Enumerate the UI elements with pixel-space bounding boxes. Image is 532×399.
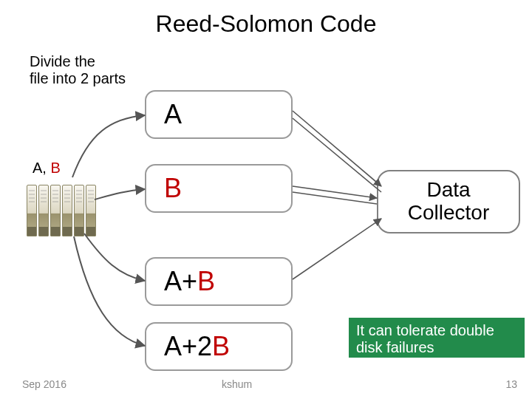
node-apb-a: A	[164, 266, 182, 297]
slide: Reed-Solomon Code Divide thefile into 2 …	[0, 0, 532, 399]
footer-center: kshum	[222, 378, 252, 390]
server-icon	[27, 177, 100, 236]
source-label: A, B	[33, 160, 61, 177]
node-b-label: B	[164, 173, 182, 204]
node-a-plus-b: A+B	[145, 257, 293, 306]
source-label-a: A	[33, 160, 42, 176]
svg-line-1	[293, 118, 381, 192]
node-a-plus-2b: A+2B	[145, 322, 293, 371]
data-collector: DataCollector	[377, 170, 520, 233]
svg-line-4	[293, 219, 381, 279]
node-a-label: A	[164, 99, 182, 130]
node-ap2b-b: B	[212, 331, 230, 362]
svg-line-3	[293, 192, 377, 204]
node-ap2b-a: A	[164, 331, 182, 362]
source-label-sep: ,	[42, 160, 50, 176]
footer-page-number: 13	[505, 378, 517, 390]
svg-line-0	[293, 111, 381, 186]
source-label-b: B	[50, 160, 60, 176]
node-apb-b: B	[197, 266, 215, 297]
node-a: A	[145, 90, 293, 139]
tolerance-callout: It can tolerate double disk failures	[349, 318, 525, 358]
subtitle-text: Divide thefile into 2 parts	[30, 53, 126, 87]
node-b: B	[145, 164, 293, 213]
page-title: Reed-Solomon Code	[0, 10, 532, 38]
svg-line-2	[293, 186, 377, 198]
footer-date: Sep 2016	[22, 378, 66, 390]
node-ap2b-plus2: +2	[182, 331, 212, 362]
node-apb-plus: +	[182, 266, 197, 297]
